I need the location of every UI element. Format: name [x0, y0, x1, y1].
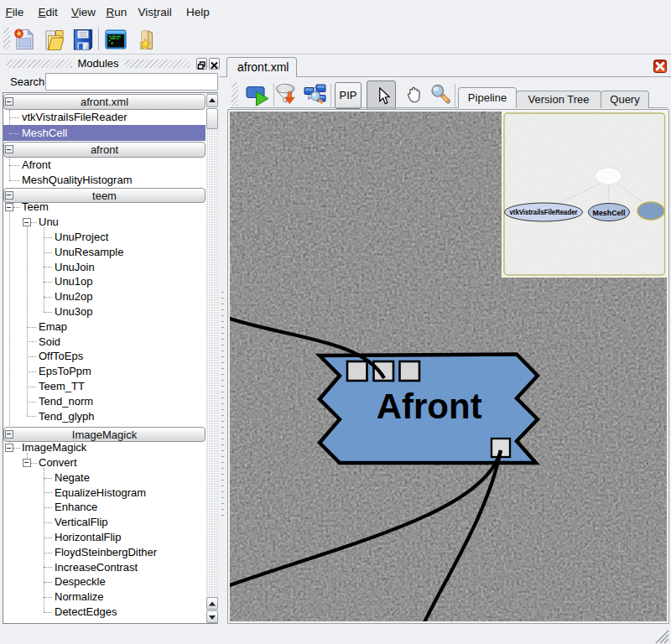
svg-text:MeshCell: MeshCell [593, 209, 626, 217]
svg-text:vtkVistrailsFileReader: vtkVistrailsFileReader [510, 209, 579, 216]
svg-text:Afront: Afront [377, 387, 482, 426]
